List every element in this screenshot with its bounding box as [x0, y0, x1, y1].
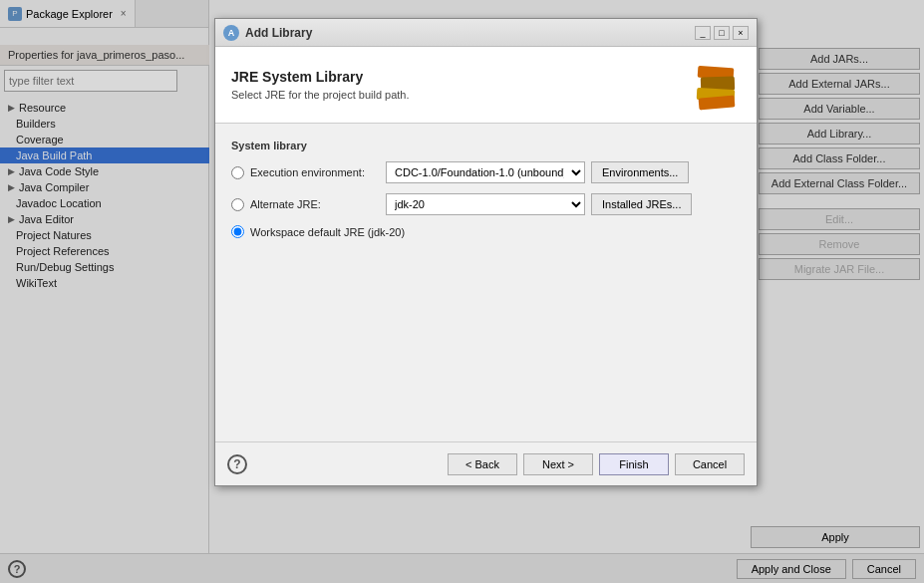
- dialog-titlebar: A Add Library _ □ ×: [215, 19, 757, 47]
- book-1: [699, 95, 736, 110]
- back-button[interactable]: < Back: [448, 453, 517, 475]
- dialog-header-text: JRE System Library Select JRE for the pr…: [231, 69, 410, 101]
- dialog-body: System library Execution environment: CD…: [215, 124, 757, 264]
- dialog-footer-buttons: < Back Next > Finish Cancel: [448, 453, 745, 475]
- dialog-window-controls: _ □ ×: [695, 26, 749, 40]
- alternate-jre-select[interactable]: jdk-20: [386, 193, 585, 215]
- dialog-header-subtitle: Select JRE for the project build path.: [231, 89, 410, 101]
- alternate-jre-radio[interactable]: [231, 198, 244, 211]
- execution-env-select[interactable]: CDC-1.0/Foundation-1.0 (unbound): [386, 161, 585, 183]
- installed-jres-button[interactable]: Installed JREs...: [591, 193, 692, 215]
- dialog-icon: A: [223, 25, 239, 41]
- environments-button[interactable]: Environments...: [591, 161, 689, 183]
- next-button[interactable]: Next >: [523, 453, 593, 475]
- finish-button[interactable]: Finish: [599, 453, 669, 475]
- dialog-title: Add Library: [245, 26, 689, 40]
- dialog-close-button[interactable]: ×: [733, 26, 749, 40]
- dialog-minimize-button[interactable]: _: [695, 26, 711, 40]
- execution-env-radio[interactable]: [231, 166, 244, 179]
- workspace-jre-label: Workspace default JRE (jdk-20): [250, 226, 405, 238]
- dialog-help-button[interactable]: ?: [227, 454, 247, 474]
- add-library-dialog: A Add Library _ □ × JRE System Library S…: [214, 18, 758, 486]
- dialog-cancel-button[interactable]: Cancel: [675, 453, 745, 475]
- book-stack-icon: [695, 61, 739, 109]
- dialog-header-image: [693, 59, 741, 111]
- execution-env-label: Execution environment:: [250, 166, 380, 178]
- dialog-maximize-button[interactable]: □: [714, 26, 730, 40]
- workspace-jre-radio[interactable]: [231, 225, 244, 238]
- workspace-radio-row: Workspace default JRE (jdk-20): [231, 225, 741, 238]
- alternate-jre-row: Alternate JRE: jdk-20 Installed JREs...: [231, 193, 741, 215]
- execution-env-row: Execution environment: CDC-1.0/Foundatio…: [231, 161, 741, 183]
- dialog-footer: ? < Back Next > Finish Cancel: [215, 441, 757, 485]
- dialog-header: JRE System Library Select JRE for the pr…: [215, 47, 757, 124]
- dialog-header-title: JRE System Library: [231, 69, 410, 85]
- alternate-jre-label: Alternate JRE:: [250, 198, 380, 210]
- system-library-label: System library: [231, 140, 741, 151]
